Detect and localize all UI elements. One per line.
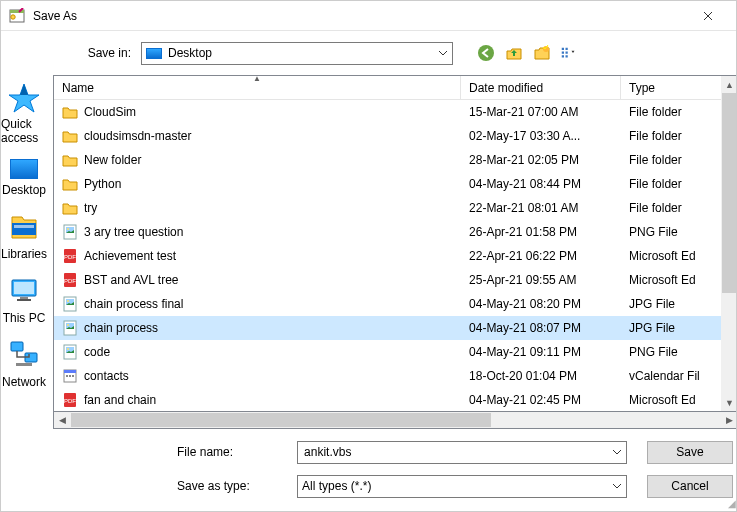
file-date-cell: 04-May-21 08:44 PM <box>461 177 621 191</box>
back-button[interactable] <box>477 44 495 62</box>
file-date-cell: 04-May-21 09:11 PM <box>461 345 621 359</box>
save-as-dialog: Save As Save in: Desktop <box>0 0 737 512</box>
file-name: BST and AVL tree <box>84 273 179 287</box>
file-date-cell: 22-Mar-21 08:01 AM <box>461 201 621 215</box>
scroll-up-button[interactable]: ▲ <box>721 76 736 93</box>
file-row[interactable]: PDFfan and chain04-May-21 02:45 PMMicros… <box>54 388 721 411</box>
file-list-container: Name ▲ Date modified Type CloudSim15-Mar… <box>53 75 736 412</box>
file-type-cell: Microsoft Ed <box>621 273 721 287</box>
file-row[interactable]: 3 ary tree question26-Apr-21 01:58 PMPNG… <box>54 220 721 244</box>
window-title: Save As <box>33 9 688 23</box>
close-button[interactable] <box>688 8 728 24</box>
file-date-cell: 26-Apr-21 01:58 PM <box>461 225 621 239</box>
scroll-right-button[interactable]: ▶ <box>721 412 736 428</box>
column-name[interactable]: Name ▲ <box>54 76 461 99</box>
app-icon <box>9 8 25 24</box>
file-date-cell: 04-May-21 08:20 PM <box>461 297 621 311</box>
cancel-button[interactable]: Cancel <box>647 475 733 498</box>
scroll-down-button[interactable]: ▼ <box>721 394 736 411</box>
file-name-cell: contacts <box>54 368 461 384</box>
file-name-cell: CloudSim <box>54 104 461 120</box>
file-name: cloudsimsdn-master <box>84 129 191 143</box>
svg-rect-5 <box>562 48 564 50</box>
file-name: 3 ary tree question <box>84 225 183 239</box>
save-button[interactable]: Save <box>647 441 733 464</box>
svg-rect-14 <box>14 282 34 294</box>
file-row[interactable]: Python04-May-21 08:44 PMFile folder <box>54 172 721 196</box>
file-type-cell: JPG File <box>621 297 721 311</box>
file-name-cell: 3 ary tree question <box>54 224 461 240</box>
file-list[interactable]: Name ▲ Date modified Type CloudSim15-Mar… <box>54 76 721 411</box>
save-in-combo[interactable]: Desktop <box>141 42 453 65</box>
folder-icon <box>62 152 78 168</box>
file-name-cell: PDFBST and AVL tree <box>54 272 461 288</box>
file-row[interactable]: PDFAchievement test22-Apr-21 06:22 PMMic… <box>54 244 721 268</box>
chevron-down-icon[interactable] <box>434 50 452 56</box>
vertical-scrollbar[interactable]: ▲ ▼ <box>721 76 736 411</box>
file-name: contacts <box>84 369 129 383</box>
column-date-modified[interactable]: Date modified <box>461 76 621 99</box>
svg-point-22 <box>67 228 69 230</box>
svg-rect-17 <box>11 342 23 351</box>
file-name: chain process final <box>84 297 183 311</box>
file-type-cell: vCalendar Fil <box>621 369 721 383</box>
file-row[interactable]: chain process final04-May-21 08:20 PMJPG… <box>54 292 721 316</box>
file-name-cell: try <box>54 200 461 216</box>
file-row[interactable]: New folder28-Mar-21 02:05 PMFile folder <box>54 148 721 172</box>
file-date-cell: 25-Apr-21 09:55 AM <box>461 273 621 287</box>
view-menu-button[interactable] <box>561 44 579 62</box>
file-name-cell: cloudsimsdn-master <box>54 128 461 144</box>
folder-icon <box>62 176 78 192</box>
file-row[interactable]: contacts18-Oct-20 01:04 PMvCalendar Fil <box>54 364 721 388</box>
folder-icon <box>62 104 78 120</box>
scroll-track[interactable] <box>721 93 736 394</box>
file-date-cell: 18-Oct-20 01:04 PM <box>461 369 621 383</box>
column-headers: Name ▲ Date modified Type <box>54 76 721 100</box>
file-date-cell: 15-Mar-21 07:00 AM <box>461 105 621 119</box>
svg-rect-11 <box>12 223 36 235</box>
scroll-thumb[interactable] <box>722 93 736 293</box>
saveastype-value: All types (*.*) <box>302 479 371 493</box>
hscroll-thumb[interactable] <box>71 413 491 427</box>
svg-rect-8 <box>566 48 568 50</box>
column-type[interactable]: Type <box>621 76 721 99</box>
file-row[interactable]: PDFBST and AVL tree25-Apr-21 09:55 AMMic… <box>54 268 721 292</box>
filename-combo[interactable] <box>297 441 627 464</box>
file-date-cell: 22-Apr-21 06:22 PM <box>461 249 621 263</box>
file-row[interactable]: code04-May-21 09:11 PMPNG File <box>54 340 721 364</box>
file-type-cell: File folder <box>621 105 721 119</box>
file-row[interactable]: chain process04-May-21 08:07 PMJPG File <box>54 316 721 340</box>
svg-point-29 <box>67 300 69 302</box>
scroll-left-button[interactable]: ◀ <box>54 412 71 428</box>
file-name: New folder <box>84 153 141 167</box>
file-name: Python <box>84 177 121 191</box>
file-row[interactable]: cloudsimsdn-master02-May-17 03:30 A...Fi… <box>54 124 721 148</box>
up-one-level-button[interactable] <box>505 44 523 62</box>
svg-rect-39 <box>69 375 71 377</box>
file-name-cell: Python <box>54 176 461 192</box>
place-libraries[interactable]: Libraries <box>1 211 47 261</box>
png-icon <box>62 344 78 360</box>
network-icon <box>8 339 40 371</box>
horizontal-scrollbar[interactable]: ◀ ▶ <box>53 412 736 429</box>
chevron-down-icon[interactable] <box>608 483 626 489</box>
file-row[interactable]: try22-Mar-21 08:01 AMFile folder <box>54 196 721 220</box>
file-name-cell: New folder <box>54 152 461 168</box>
place-desktop[interactable]: Desktop <box>1 159 47 197</box>
desktop-icon <box>10 159 38 179</box>
file-name: Achievement test <box>84 249 176 263</box>
pdf-icon: PDF <box>62 392 78 408</box>
svg-text:PDF: PDF <box>64 254 76 260</box>
saveastype-combo[interactable]: All types (*.*) <box>297 475 627 498</box>
sort-asc-icon: ▲ <box>253 75 261 83</box>
hscroll-track[interactable] <box>71 412 721 428</box>
filename-input[interactable] <box>302 444 604 460</box>
new-folder-button[interactable] <box>533 44 551 62</box>
place-label: This PC <box>3 311 46 325</box>
chevron-down-icon[interactable] <box>608 449 626 455</box>
place-this-pc[interactable]: This PC <box>1 275 47 325</box>
place-network[interactable]: Network <box>1 339 47 389</box>
file-row[interactable]: CloudSim15-Mar-21 07:00 AMFile folder <box>54 100 721 124</box>
place-quick-access[interactable]: Quick access <box>1 81 47 145</box>
folder-icon <box>62 128 78 144</box>
